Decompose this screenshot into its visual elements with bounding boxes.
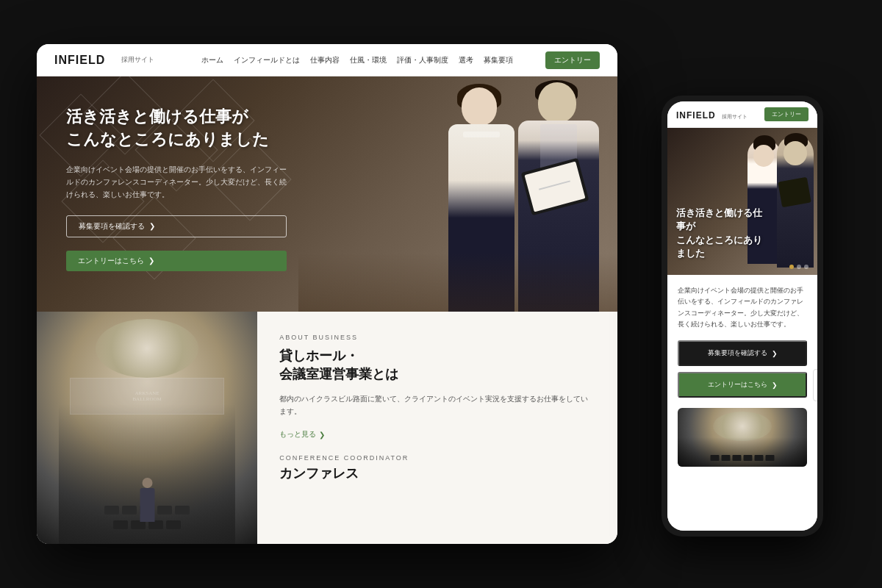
mobile-female-head: [753, 145, 774, 167]
desktop-navbar: INFIELD 採用サイト ホーム インフィールドとは 仕事内容 仕風・環境 評…: [37, 44, 617, 76]
nav-link-culture[interactable]: 仕風・環境: [350, 55, 387, 65]
mobile-hero: 活き活きと働ける仕事がこんなところにありました: [667, 128, 817, 275]
conference-label: CONFERENCE COORDINATOR: [279, 454, 595, 462]
hero-title: 活き活きと働ける仕事がこんなところにありました: [66, 106, 287, 151]
female-collar: [463, 132, 500, 137]
nav-link-eval[interactable]: 評価・人事制度: [397, 55, 448, 65]
desktop-hero: 活き活きと働ける仕事がこんなところにありました 企業向けイベント会場の提供と開催…: [37, 76, 617, 312]
seat: [122, 506, 137, 514]
entry-hero-arrow-icon: ❯: [148, 257, 154, 265]
mobile-screen: INFIELD 採用サイト エントリー: [667, 101, 817, 531]
mobile-room-ceiling: [713, 412, 772, 441]
entry-hero-button[interactable]: エントリーはこちら ❯: [66, 251, 287, 271]
mobile-logo-sub: 採用サイト: [722, 114, 747, 119]
mobile-male-head: [784, 141, 807, 165]
mobile-device: INFIELD 採用サイト エントリー: [662, 96, 823, 537]
conference-room-image: ARKSANEBALLROOM: [37, 312, 257, 544]
mobile-entry-btn-main[interactable]: エントリーはこちら ❯: [678, 372, 807, 398]
desktop-logo: INFIELD: [54, 54, 105, 67]
lower-image-area: ARKSANEBALLROOM: [37, 312, 257, 544]
entry-hero-label: エントリーはこちら: [78, 256, 144, 266]
hero-bottom-gradient: [298, 253, 618, 312]
mobile-seat: [733, 455, 742, 461]
presentation-screen: ARKSANEBALLROOM: [70, 378, 224, 415]
seat: [113, 520, 128, 529]
hero-people-scene: [298, 76, 618, 312]
desktop-logo-sub: 採用サイト: [121, 55, 154, 65]
female-head: [462, 87, 497, 126]
room-ceiling-detail: [96, 319, 198, 378]
more-link[interactable]: もっと見る ❯: [279, 429, 595, 440]
mobile-figure-male: [777, 135, 814, 268]
mobile-room-shadow: [678, 437, 807, 467]
dot-1: [789, 265, 794, 269]
more-link-arrow-icon: ❯: [319, 431, 325, 439]
mobile-entry-label: エントリーはこちら: [708, 380, 767, 390]
mobile-navbar: INFIELD 採用サイト エントリー: [667, 101, 817, 128]
mobile-conference-image: [678, 408, 807, 467]
seat: [166, 520, 181, 529]
hero-description: 企業向けイベント会場の提供と開催のお手伝いをする、インフィールドのカンファレンス…: [66, 163, 287, 201]
hero-buttons: 募集要項を確認する ❯ エントリーはこちら ❯: [66, 215, 287, 271]
mobile-logo-group: INFIELD 採用サイト: [676, 108, 747, 121]
nav-link-recruit[interactable]: 募集要項: [484, 55, 513, 65]
mobile-seat: [744, 455, 753, 461]
about-label: ABOUT BUSINESS: [279, 334, 595, 341]
lower-content-area: ABOUT BUSINESS 貸しホール・会議室運営事業とは 都内のハイクラスビ…: [257, 312, 617, 544]
mobile-logo: INFIELD: [676, 110, 716, 121]
desktop-nav-links: ホーム インフィールドとは 仕事内容 仕風・環境 評価・人事制度 選考 募集要項: [181, 55, 534, 65]
seat: [157, 506, 172, 514]
mobile-body: 企業向けイベント会場の提供と開催のお手伝いをする、インフィールドのカンファレンス…: [667, 275, 817, 531]
dot-3: [804, 265, 808, 269]
mobile-entry-arrow-icon: ❯: [772, 381, 778, 389]
hero-content-area: 活き活きと働ける仕事がこんなところにありました 企業向けイベント会場の提供と開催…: [66, 106, 287, 271]
mobile-seat: [755, 455, 764, 461]
mobile-hero-title: 活き活きと働ける仕事がこんなところにありました: [676, 207, 764, 260]
screen-text: ARKSANEBALLROOM: [132, 390, 161, 402]
male-head: [538, 82, 576, 123]
mobile-requirements-arrow-icon: ❯: [772, 350, 778, 357]
seat: [175, 506, 190, 514]
mobile-menu-button[interactable]: メニュー: [813, 369, 817, 401]
mobile-seat: [722, 455, 731, 461]
presenter-head: [142, 478, 152, 488]
about-description: 都内のハイクラスビル路面に驚いて、クライアントのイベント実況を支援するお仕事をし…: [279, 392, 595, 417]
nav-link-about[interactable]: インフィールドとは: [234, 55, 300, 65]
book-line: [539, 181, 570, 190]
mobile-seat-row: [711, 455, 775, 461]
desktop-device: INFIELD 採用サイト ホーム インフィールドとは 仕事内容 仕風・環境 評…: [37, 44, 617, 544]
mobile-requirements-button[interactable]: 募集要項を確認する ❯: [678, 340, 807, 366]
about-title: 貸しホール・会議室運営事業とは: [279, 347, 595, 384]
conference-title: カンファレス: [279, 465, 595, 482]
mobile-seat: [711, 455, 720, 461]
dot-2: [797, 265, 801, 269]
more-link-text: もっと見る: [279, 429, 316, 440]
seat: [104, 506, 119, 514]
desktop-screen: INFIELD 採用サイト ホーム インフィールドとは 仕事内容 仕風・環境 評…: [37, 44, 617, 544]
mobile-entry-button[interactable]: エントリー: [764, 107, 808, 121]
mobile-hero-content: 活き活きと働ける仕事がこんなところにありました: [676, 207, 764, 260]
mobile-entry-row: エントリーはこちら ❯ メニュー: [678, 372, 807, 398]
mobile-requirements-label: 募集要項を確認する: [708, 348, 767, 358]
nav-link-work[interactable]: 仕事内容: [310, 55, 340, 65]
nav-link-selection[interactable]: 選考: [459, 55, 473, 65]
requirements-label: 募集要項を確認する: [79, 221, 145, 232]
presenter-body: [140, 488, 154, 522]
desktop-entry-button[interactable]: エントリー: [545, 51, 600, 69]
nav-link-home[interactable]: ホーム: [201, 55, 223, 65]
requirements-arrow-icon: ❯: [149, 222, 155, 230]
requirements-button[interactable]: 募集要項を確認する ❯: [66, 215, 287, 237]
desktop-lower-section: ARKSANEBALLROOM ABOUT BUSINESS 貸しホール・会議室…: [37, 312, 617, 544]
mobile-book: [778, 177, 811, 207]
mobile-description: 企業向けイベント会場の提供と開催のお手伝いをする、インフィールドのカンファレンス…: [678, 285, 807, 330]
slide-indicators: [789, 265, 808, 269]
presenter-figure: [138, 478, 157, 522]
mobile-seat: [766, 455, 775, 461]
